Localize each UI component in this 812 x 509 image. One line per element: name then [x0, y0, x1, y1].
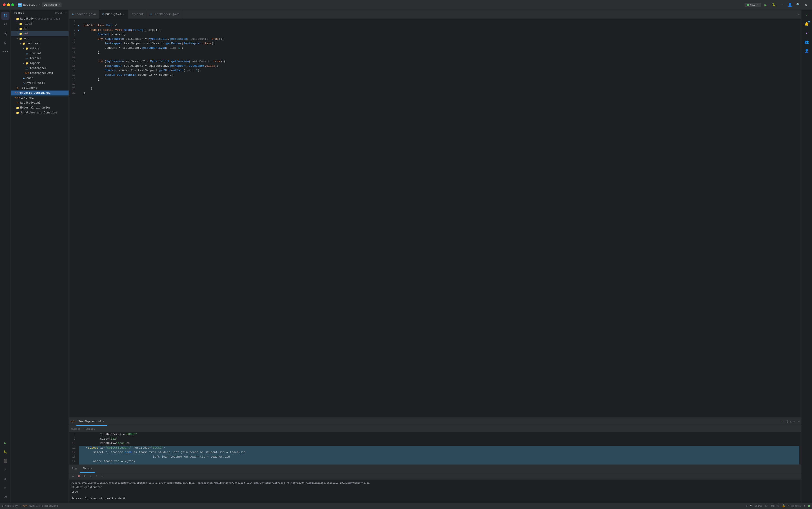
tree-item-student[interactable]: ◎ Student	[11, 51, 69, 56]
tree-label-external-libraries: External Libraries	[20, 106, 50, 109]
profile-button[interactable]: 👤	[787, 2, 793, 8]
tree-label-out: out	[23, 32, 29, 35]
status-line-ending[interactable]: LF	[765, 505, 769, 508]
debug-button[interactable]: 🐛	[771, 2, 777, 8]
pane2-tab-close[interactable]: ✕	[102, 420, 105, 423]
tab-testmapper[interactable]: ◎ TestMapper.java	[147, 10, 183, 19]
tree-item-teacher[interactable]: ◎ Teacher	[11, 56, 69, 61]
main-layout: ⊞ ••• ▶ 🐛 ⬛ Ａ ◉ ☑ ⎇ Project ⊕ ↻ ⊟ ✕ ⋯ ▾ …	[0, 10, 812, 503]
project-name[interactable]: WebStudy	[23, 3, 37, 6]
tab-main[interactable]: ◎ Main.java ✕	[99, 10, 128, 19]
folder-icon-scratches: 📁	[16, 111, 19, 114]
tree-item-mybatisutil[interactable]: ◎ MybatisUtil	[11, 81, 69, 86]
activity-plugins-icon[interactable]: ⊞	[1, 39, 9, 47]
tree-item-entity[interactable]: ▾ 📁 entity	[11, 46, 69, 51]
activity-project-icon[interactable]	[1, 12, 9, 20]
status-plugin-v[interactable]: V	[750, 505, 752, 508]
tree-item-textxml[interactable]: </> text.xml	[11, 96, 69, 100]
status-encoding[interactable]: UTF-8	[771, 505, 779, 508]
tree-item-testmapperxml[interactable]: </> TestMapper.xml	[11, 71, 69, 76]
code-lines-main[interactable]: public class Main { public static void m…	[82, 19, 801, 417]
step-over-button[interactable]: ↓	[88, 474, 93, 479]
editor-main-java[interactable]: 5 6 7 8 9 10 11 12 13 14 15 16 1	[69, 19, 801, 417]
tree-item-gitignore[interactable]: ◎ .gitignore	[11, 86, 69, 91]
activity-font-icon[interactable]: Ａ	[1, 466, 9, 474]
right-sidebar-person-icon[interactable]: 👤	[803, 47, 811, 55]
tree-item-webstudy[interactable]: ▾ 📁 WebStudy ~/Desktop/CS/Java	[11, 16, 69, 21]
code-lines-testmapper[interactable]: flushInterval="60000" size="512" readOnl…	[77, 432, 801, 465]
tree-item-idea[interactable]: ▸ 📁 .idea	[11, 21, 69, 26]
close-button[interactable]	[3, 3, 6, 6]
activity-more-icon[interactable]: •••	[1, 47, 9, 56]
more-run-button[interactable]: ⋯	[100, 474, 105, 479]
run-button[interactable]: ▶	[763, 2, 769, 8]
java-icon-tab-main: ◎	[102, 12, 104, 16]
run-tab-main[interactable]: Main ✕	[80, 465, 95, 473]
right-sidebar-checkmark-icon[interactable]: ✓	[803, 11, 811, 19]
activity-run-icon[interactable]: ▶	[1, 439, 9, 447]
pause-button[interactable]: ⏸	[82, 474, 87, 479]
right-sidebar-ai-icon[interactable]: ★	[803, 29, 811, 37]
activity-vcs-icon[interactable]	[1, 21, 9, 29]
right-sidebar-notifications-icon[interactable]: 🔔	[803, 20, 811, 28]
tree-item-webstudyiml[interactable]: ◎ WebStudy.iml	[11, 100, 69, 105]
maximize-button[interactable]	[11, 3, 14, 6]
tree-arrow-entity: ▾	[22, 47, 25, 50]
status-project-path[interactable]: WebStudy › </> mybatis-config.xml	[5, 505, 58, 508]
activity-terminal-icon[interactable]: ⬛	[1, 457, 9, 465]
tree-item-testmapper[interactable]: Ⓘ TestMapper	[11, 66, 69, 71]
close-icon[interactable]: ✕	[63, 11, 64, 14]
collapse-icon[interactable]: ⊟	[60, 11, 62, 14]
tree-label-textxml: text.xml	[20, 96, 34, 100]
more-button[interactable]: ⋯	[779, 2, 785, 8]
tree-item-src[interactable]: ▾ 📁 src	[11, 36, 69, 41]
chevron-down-icon: ▾	[59, 4, 60, 6]
right-sidebar-copilot-icon[interactable]: 👥	[803, 38, 811, 46]
branch-selector[interactable]: ⎇ master ▾	[42, 2, 62, 7]
editor-with-right: ◎ Teacher.java ◎ Main.java ✕ student ◎ T…	[69, 10, 812, 503]
tree-item-comtest[interactable]: ▾ 📁 com.test	[11, 41, 69, 46]
tree-arrow-mapper: ▾	[22, 62, 25, 65]
tree-item-mapper[interactable]: ▾ 📁 mapper	[11, 61, 69, 66]
tree-item-external-libraries[interactable]: ▸ 📁 External Libraries	[11, 105, 69, 110]
activity-debug-icon[interactable]: 🐛	[1, 448, 9, 456]
status-gear-icon[interactable]: ⚙	[2, 504, 3, 508]
activity-database-icon[interactable]: ◉	[1, 475, 9, 483]
activity-structure-icon[interactable]	[1, 30, 9, 38]
folder-icon-external-libraries: 📁	[16, 106, 19, 110]
line-numbers-main: 5 6 7 8 9 10 11 12 13 14 15 16 1	[69, 19, 77, 417]
status-share-icon[interactable]: ⬆	[804, 504, 805, 508]
run-tab-main-close[interactable]: ✕	[91, 467, 92, 470]
run-tab-run[interactable]: Run	[69, 465, 80, 473]
run-config-selector[interactable]: Main ▾	[745, 3, 761, 7]
rerun-button[interactable]: ↺	[71, 474, 75, 479]
tree-label-scratches: Scratches and Consoles	[20, 111, 57, 114]
tab-more-icon[interactable]: ⋯	[798, 12, 800, 16]
status-indent[interactable]: 4 spaces	[788, 505, 801, 508]
status-settings-icon[interactable]: ⚙	[746, 504, 747, 508]
tree-item-main[interactable]: ◉ Main	[11, 76, 69, 81]
tab-teacher[interactable]: ◎ Teacher.java	[69, 10, 99, 19]
search-button[interactable]: 🔍	[795, 2, 801, 8]
tab-student[interactable]: student	[128, 10, 147, 19]
tree-item-scratches[interactable]: ▸ 📁 Scratches and Consoles	[11, 110, 69, 115]
sync-icon[interactable]: ↻	[58, 11, 59, 14]
add-icon[interactable]: ⊕	[55, 11, 57, 14]
settings-button[interactable]: ⚙	[803, 2, 809, 8]
activity-todo-icon[interactable]: ☑	[1, 484, 9, 492]
tree-item-lib[interactable]: ▸ 📁 lib	[11, 26, 69, 31]
xml-icon-textxml: </>	[16, 96, 19, 100]
activity-git-icon[interactable]: ⎇	[1, 493, 9, 501]
more-icon[interactable]: ⋯	[65, 11, 67, 14]
run-panel: Run Main ✕ ↺ ■ ⏸ ↓ ↑ ⋯ /Users/eve/Lib	[69, 465, 801, 503]
minimize-button[interactable]	[7, 3, 10, 6]
tab-close-main[interactable]: ✕	[123, 12, 125, 16]
folder-icon-idea: 📁	[19, 22, 23, 26]
tree-arrow-webstudy: ▾	[12, 17, 16, 21]
stop-button[interactable]: ■	[76, 474, 81, 479]
pane2-tab-testmapperxml[interactable]: TestMapper.xml ✕	[76, 418, 107, 426]
more-icon[interactable]: ⋯	[798, 420, 800, 423]
step-into-button[interactable]: ↑	[94, 474, 99, 479]
tree-item-out[interactable]: ▸ 📁 out	[11, 31, 69, 36]
tree-item-mybatisconfigxml[interactable]: </> mybatis-config.xml	[11, 91, 69, 96]
